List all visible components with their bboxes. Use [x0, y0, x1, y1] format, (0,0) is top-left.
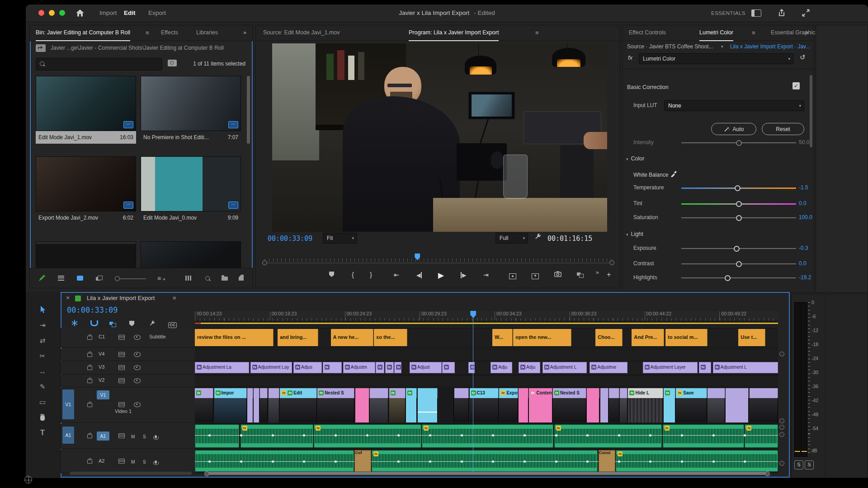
video-clip[interactable] — [708, 388, 725, 422]
fit-dropdown[interactable]: Fit▾ — [323, 233, 357, 244]
audio-keyframe-dot[interactable] — [618, 460, 620, 463]
clip-source-label[interactable]: Source · Javier BTS Coffee Shoot... — [627, 43, 713, 50]
adjustment-layer-clip[interactable]: fxAdju — [491, 362, 512, 373]
filmstrip-hover-icon[interactable] — [185, 274, 192, 282]
audio-keyframe-dot[interactable] — [555, 434, 557, 436]
video-clip[interactable] — [370, 388, 388, 422]
track-name-label[interactable]: Subtitle — [149, 334, 166, 339]
ruler-tick[interactable]: 00:00:34:23 — [495, 311, 521, 316]
subtitle-clip[interactable]: open the new... — [513, 329, 571, 346]
monitor-timecode[interactable]: 00:00:33:09 — [268, 235, 312, 243]
tool-type[interactable]: T — [37, 429, 48, 437]
audio-keyframe-dot[interactable] — [618, 434, 620, 436]
video-clip[interactable]: fxExpo — [499, 388, 518, 422]
temperature-value[interactable]: -1.5 — [799, 184, 808, 191]
video-clip[interactable]: fxfxEdit — [280, 388, 316, 422]
track-header-v1[interactable]: V1V1Video 1 — [61, 388, 195, 422]
video-clip[interactable]: fxNested S — [553, 388, 586, 422]
workspaces-icon[interactable] — [751, 9, 761, 17]
video-clip[interactable]: fx — [664, 388, 675, 422]
timeline-scrollbar[interactable] — [206, 472, 768, 476]
transport-more-icon[interactable]: » — [596, 268, 599, 276]
reset-button[interactable]: Reset — [762, 123, 804, 135]
track-id-a1[interactable]: A1 — [97, 432, 109, 441]
ruler-tick[interactable]: 00:00:24:23 — [345, 311, 372, 316]
transport-add-marker-icon[interactable] — [329, 271, 334, 279]
audio-keyframe-dot[interactable] — [366, 434, 368, 436]
bin-clip-thumbnail[interactable]: ⋯ — [36, 76, 136, 131]
track-header-a1[interactable]: A1A1MS — [61, 424, 195, 449]
video-clip[interactable] — [750, 388, 778, 422]
audio-clip[interactable]: fx — [745, 424, 778, 448]
track-lock-icon[interactable] — [87, 333, 92, 342]
temperature-slider[interactable] — [681, 188, 796, 189]
auto-button[interactable]: Auto — [711, 123, 756, 135]
video-clip[interactable] — [355, 388, 369, 422]
track-targeting-icon[interactable] — [118, 377, 125, 385]
ruler-tick[interactable]: 00:00:19:23 — [270, 311, 297, 316]
a2-audio-track[interactable]: fxfxCofConst — [195, 450, 778, 472]
video-clip[interactable] — [247, 388, 253, 422]
track-targeting-icon[interactable] — [118, 351, 125, 359]
audio-keyframe-dot[interactable] — [335, 460, 337, 463]
contrast-slider[interactable] — [681, 263, 796, 264]
timeline-sequence-title[interactable]: Lila x Javier Import Export — [87, 295, 155, 301]
workspace-label[interactable]: ESSENTIALS — [711, 5, 745, 22]
timeline-snap-icon[interactable] — [90, 320, 98, 328]
track-visibility-icon[interactable] — [134, 377, 141, 385]
timeline-captions-icon[interactable]: CC — [168, 320, 177, 328]
audio-keyframe-dot[interactable] — [240, 434, 242, 436]
basic-correction-header[interactable]: Basic Correction — [627, 84, 669, 90]
audio-clip[interactable]: fx — [241, 424, 313, 448]
find-icon[interactable] — [205, 274, 210, 282]
bin-clip-label[interactable]: Export Mode Javi_2.mov6:02 — [36, 211, 136, 224]
saturation-slider-handle[interactable] — [736, 215, 742, 221]
fullscreen-icon[interactable] — [802, 9, 810, 19]
lumetri-panel-menu-icon[interactable]: ≡ — [752, 25, 755, 40]
subtitle-clip[interactable]: And Pre... — [632, 329, 664, 346]
audio-rubber-band[interactable] — [195, 461, 778, 462]
track-mute-button[interactable]: M — [131, 457, 135, 465]
ruler-tick[interactable]: 00:00:29:23 — [420, 311, 446, 316]
lumetri-tab-effect-controls[interactable]: Effect Controls — [629, 25, 666, 40]
bin-clip-thumbnail[interactable]: ⋯ — [141, 76, 241, 131]
transport-add-button-icon[interactable]: + — [607, 271, 611, 279]
timeline-nest-toggle-icon[interactable] — [71, 320, 78, 328]
solo-left-button[interactable]: S — [794, 460, 803, 469]
adjustment-layer-clip[interactable]: fxAdjustment L — [713, 362, 778, 373]
video-clip[interactable]: fxNested S — [317, 388, 355, 422]
video-clip[interactable]: fxC13 — [470, 388, 499, 422]
adjustment-layer-clip[interactable]: fxAdjustment Layer — [643, 362, 698, 373]
track-lock-icon[interactable] — [87, 377, 92, 385]
tool-ripple-edit[interactable]: ⇄ — [37, 337, 48, 345]
transport-mark-out-icon[interactable]: } — [370, 271, 372, 279]
video-clip[interactable]: fxContent — [529, 388, 552, 422]
track-id-c1[interactable]: C1 — [99, 334, 105, 339]
contrast-value[interactable]: 0.0 — [799, 260, 807, 267]
saturation-value[interactable]: 100.0 — [799, 214, 812, 221]
track-lock-icon[interactable] — [87, 351, 92, 359]
source-patch-v1[interactable]: V1 — [62, 389, 74, 419]
audio-keyframe-dot[interactable] — [240, 460, 242, 463]
video-clip[interactable]: fxImpor — [214, 388, 247, 422]
ruler-tick[interactable]: 00:00:49:22 — [719, 311, 746, 316]
track-resize-handle-5[interactable] — [779, 461, 784, 466]
monitor-scroll-handle-left[interactable] — [262, 260, 267, 265]
new-item-icon[interactable] — [239, 274, 244, 282]
bin-clip-thumbnail[interactable] — [141, 241, 241, 269]
adjustment-layer-clip[interactable]: fx — [394, 362, 401, 373]
adjustment-layer-clip[interactable]: fxAdjust — [410, 362, 442, 373]
tool-rectangle[interactable]: ▭ — [37, 398, 48, 406]
track-targeting-icon[interactable] — [118, 457, 125, 465]
audio-keyframe-dot[interactable] — [429, 460, 431, 463]
intensity-slider-handle[interactable] — [736, 140, 742, 146]
transport-comparison-view-icon[interactable] — [577, 271, 583, 279]
a1-audio-track[interactable]: fxfxfxfxfxfx — [195, 424, 778, 448]
video-clip[interactable] — [609, 388, 619, 422]
video-clip[interactable] — [454, 388, 469, 422]
monitor-panel-menu-icon[interactable]: ≡ — [535, 25, 539, 40]
video-clip[interactable] — [418, 388, 438, 422]
track-targeting-icon[interactable] — [118, 432, 125, 440]
ruler-tick[interactable]: 00:00:39:23 — [570, 311, 596, 316]
transport-go-to-in-icon[interactable]: ⇤ — [394, 271, 399, 279]
